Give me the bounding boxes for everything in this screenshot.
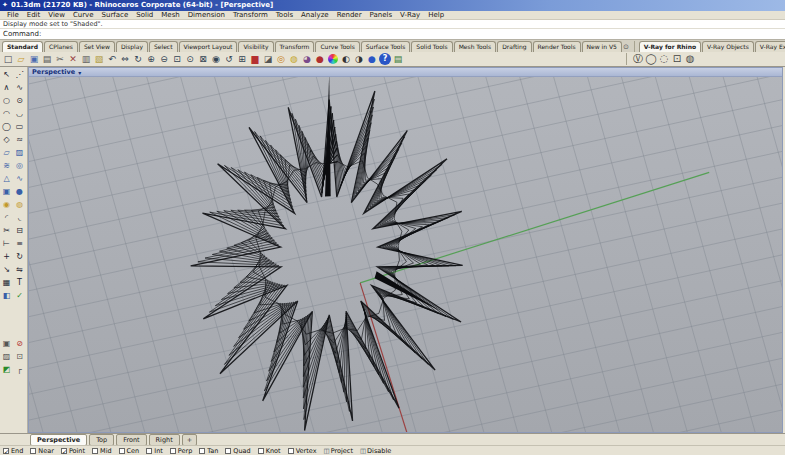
osnap-tan[interactable]: Tan — [199, 446, 218, 455]
control-point-curve-icon[interactable]: ∿ — [14, 82, 26, 94]
osnap-quad[interactable]: Quad — [225, 446, 250, 455]
menu-help[interactable]: Help — [424, 11, 448, 20]
revolve-icon[interactable]: ◎ — [14, 160, 26, 172]
osnap-point[interactable]: ✓Point — [61, 446, 85, 455]
viewport-tab-top[interactable]: Top — [89, 434, 114, 446]
zoom-window-icon[interactable]: ⊡ — [171, 53, 183, 65]
vray-tab-v-ray-extra[interactable]: V-Ray Extra — [755, 41, 785, 52]
new-file-icon[interactable]: □ — [2, 53, 14, 65]
polyline-icon[interactable]: ∧ — [1, 82, 13, 94]
toolbar-tab-visibility[interactable]: Visibility — [238, 41, 273, 52]
isolate-objects-icon[interactable]: ▣ — [1, 338, 13, 350]
check-icon[interactable]: ✓ — [14, 290, 26, 302]
surface-3pt-icon[interactable]: ▨ — [14, 147, 26, 159]
offset-icon[interactable]: ≡ — [14, 238, 26, 250]
undo-view-icon[interactable]: ↺ — [223, 53, 235, 65]
circle-2pt-icon[interactable]: ⊙ — [14, 95, 26, 107]
copy-icon[interactable]: ▥ — [80, 53, 92, 65]
osnap-perp[interactable]: Perp — [170, 446, 193, 455]
toolbar-tab-mesh-tools[interactable]: Mesh Tools — [454, 41, 496, 52]
toolbar-tab-viewport-layout[interactable]: Viewport Layout — [179, 41, 238, 52]
dark-globe-icon[interactable]: ◐ — [340, 53, 352, 65]
move-icon[interactable]: + — [1, 251, 13, 263]
fillet-icon[interactable]: ◜ — [1, 212, 13, 224]
osnap-mid[interactable]: Mid — [92, 446, 112, 455]
toolbar-tab-set-view[interactable]: Set View — [79, 41, 115, 52]
title-bar[interactable]: ✦ 01.3dm (21720 KB) - Rhinoceros Corpora… — [0, 0, 785, 11]
split-icon[interactable]: ⊟ — [14, 225, 26, 237]
viewport-tab-perspective[interactable]: Perspective — [30, 434, 87, 446]
osnap-knot[interactable]: Knot — [258, 446, 281, 455]
image-frame-icon[interactable]: ▤ — [392, 53, 404, 65]
extrude-icon[interactable]: △ — [1, 173, 13, 185]
toolbar-tab-transform[interactable]: Transform — [275, 41, 315, 52]
toolbar-options-icon[interactable]: ⊙ — [623, 43, 629, 51]
menu-v-ray[interactable]: V-Ray — [396, 11, 424, 20]
scale-icon[interactable]: ↘ — [1, 264, 13, 276]
menu-curve[interactable]: Curve — [69, 11, 98, 20]
open-file-icon[interactable]: ▱ — [15, 53, 27, 65]
viewport-menu-chevron-icon[interactable]: ▾ — [78, 68, 81, 77]
menu-mesh[interactable]: Mesh — [157, 11, 183, 20]
print-icon[interactable]: ▤ — [41, 53, 53, 65]
project-toggle[interactable]: ◫Project — [324, 446, 353, 455]
sphere-icon[interactable]: ● — [14, 186, 26, 198]
zoom-extents-icon[interactable]: ⊠ — [197, 53, 209, 65]
plane-surface-icon[interactable]: ▱ — [1, 147, 13, 159]
menu-file[interactable]: File — [3, 11, 23, 20]
point-tool-icon[interactable]: ⋰ — [14, 69, 26, 81]
rotate-icon[interactable]: ↻ — [14, 251, 26, 263]
unlock-objects-icon[interactable]: ◩ — [1, 364, 13, 376]
text-icon[interactable]: T — [14, 277, 26, 289]
loft-icon[interactable]: ≋ — [1, 160, 13, 172]
menu-analyze[interactable]: Analyze — [297, 11, 333, 20]
command-prompt-input[interactable]: Command: — [0, 29, 785, 40]
boolean-difference-icon[interactable]: ◍ — [14, 199, 26, 211]
viewport-header[interactable]: Perspective ▾ — [29, 68, 782, 77]
menu-dimension[interactable]: Dimension — [184, 11, 229, 20]
delete-icon[interactable]: ✕ — [67, 53, 79, 65]
menu-surface[interactable]: Surface — [98, 11, 133, 20]
menu-tools[interactable]: Tools — [272, 11, 297, 20]
paint-bucket-icon[interactable]: ◧ — [1, 290, 13, 302]
vray-framebuffer-icon[interactable]: ⊡ — [671, 53, 683, 65]
record-history-icon[interactable]: ┌ — [14, 364, 26, 376]
new-viewport-tab[interactable]: + — [182, 434, 197, 446]
menu-edit[interactable]: Edit — [23, 11, 45, 20]
osnap-end-checkbox[interactable]: ✓ — [3, 448, 9, 454]
osnap-tan-checkbox[interactable] — [199, 448, 205, 454]
render-preview-icon[interactable]: ◪ — [262, 53, 274, 65]
arc-icon[interactable]: ◠ — [1, 108, 13, 120]
menu-transform[interactable]: Transform — [229, 11, 272, 20]
osnap-vertex[interactable]: Vertex — [288, 446, 317, 455]
toolbar-tab-solid-tools[interactable]: Solid Tools — [411, 41, 452, 52]
osnap-int[interactable]: Int — [146, 446, 163, 455]
globe-icon[interactable]: ◑ — [353, 53, 365, 65]
array-icon[interactable]: ▦ — [1, 277, 13, 289]
zoom-selected-icon[interactable]: ◉ — [210, 53, 222, 65]
menu-render[interactable]: Render — [333, 11, 366, 20]
osnap-knot-checkbox[interactable] — [258, 448, 264, 454]
hide-objects-icon[interactable]: ⊘ — [14, 338, 26, 350]
toolbar-tab-surface-tools[interactable]: Surface Tools — [361, 41, 411, 52]
freeform-curve-icon[interactable]: ≈ — [14, 134, 26, 146]
select-arrow-icon[interactable]: ↖ — [1, 69, 13, 81]
vray-displacement-icon[interactable]: ◍ — [684, 53, 696, 65]
osnap-mid-checkbox[interactable] — [92, 448, 98, 454]
ellipse-icon[interactable]: ◯ — [1, 121, 13, 133]
osnap-perp-checkbox[interactable] — [170, 448, 176, 454]
render-icon[interactable]: ▆ — [249, 53, 261, 65]
zoom-out-icon[interactable]: ⊖ — [158, 53, 170, 65]
toolbar-tab-drafting[interactable]: Drafting — [497, 41, 531, 52]
arc-sed-icon[interactable]: ◡ — [14, 108, 26, 120]
mirror-icon[interactable]: ⇋ — [14, 264, 26, 276]
undo-icon[interactable]: ↶ — [106, 53, 118, 65]
trim-icon[interactable]: ✂ — [1, 225, 13, 237]
osnap-vertex-checkbox[interactable] — [288, 448, 294, 454]
osnap-quad-checkbox[interactable] — [225, 448, 231, 454]
material-ball-icon[interactable]: ◕ — [301, 53, 313, 65]
cut-icon[interactable]: ✂ — [54, 53, 66, 65]
perspective-viewport[interactable]: Perspective ▾ — [28, 67, 783, 433]
sweep-icon[interactable]: ∿ — [14, 173, 26, 185]
help-icon[interactable]: ? — [379, 53, 391, 65]
